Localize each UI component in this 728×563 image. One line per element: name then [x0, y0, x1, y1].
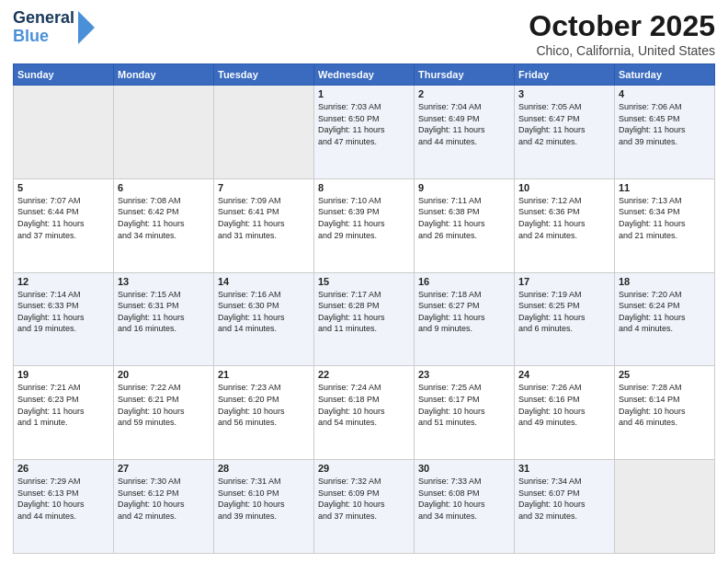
svg-marker-0 [78, 11, 95, 44]
day-number: 24 [518, 369, 610, 380]
day-number: 4 [619, 88, 711, 99]
week-row-2: 5Sunrise: 7:07 AM Sunset: 6:44 PM Daylig… [14, 178, 715, 272]
calendar-cell: 27Sunrise: 7:30 AM Sunset: 6:12 PM Dayli… [114, 460, 214, 554]
day-info: Sunrise: 7:24 AM Sunset: 6:18 PM Dayligh… [318, 382, 410, 428]
calendar-cell: 13Sunrise: 7:15 AM Sunset: 6:31 PM Dayli… [114, 272, 214, 366]
calendar-cell [615, 460, 715, 554]
calendar-cell: 9Sunrise: 7:11 AM Sunset: 6:38 PM Daylig… [415, 178, 515, 272]
day-number: 28 [218, 463, 310, 474]
day-info: Sunrise: 7:18 AM Sunset: 6:27 PM Dayligh… [418, 289, 510, 335]
page-header: General Blue October 2025 Chico, Califor… [13, 9, 715, 58]
day-info: Sunrise: 7:26 AM Sunset: 6:16 PM Dayligh… [518, 382, 610, 428]
calendar-cell: 25Sunrise: 7:28 AM Sunset: 6:14 PM Dayli… [615, 366, 715, 460]
day-number: 7 [218, 182, 310, 193]
day-number: 13 [118, 276, 210, 287]
weekday-header-friday: Friday [515, 64, 615, 86]
day-number: 2 [418, 88, 510, 99]
logo-blue-text: Blue [13, 28, 74, 46]
day-info: Sunrise: 7:03 AM Sunset: 6:50 PM Dayligh… [318, 101, 410, 147]
calendar-cell [114, 86, 214, 179]
calendar-cell [214, 86, 314, 179]
day-info: Sunrise: 7:17 AM Sunset: 6:28 PM Dayligh… [318, 289, 410, 335]
calendar-cell: 24Sunrise: 7:26 AM Sunset: 6:16 PM Dayli… [515, 366, 615, 460]
day-number: 3 [518, 88, 610, 99]
calendar-cell: 8Sunrise: 7:10 AM Sunset: 6:39 PM Daylig… [314, 178, 415, 272]
day-number: 25 [619, 369, 711, 380]
day-info: Sunrise: 7:09 AM Sunset: 6:41 PM Dayligh… [218, 195, 310, 241]
day-number: 9 [418, 182, 510, 193]
calendar-cell: 26Sunrise: 7:29 AM Sunset: 6:13 PM Dayli… [14, 460, 114, 554]
calendar-cell: 17Sunrise: 7:19 AM Sunset: 6:25 PM Dayli… [515, 272, 615, 366]
weekday-header-row: SundayMondayTuesdayWednesdayThursdayFrid… [14, 64, 715, 86]
calendar-cell: 21Sunrise: 7:23 AM Sunset: 6:20 PM Dayli… [214, 366, 314, 460]
day-number: 8 [318, 182, 410, 193]
week-row-3: 12Sunrise: 7:14 AM Sunset: 6:33 PM Dayli… [14, 272, 715, 366]
day-number: 29 [318, 463, 410, 474]
day-number: 10 [518, 182, 610, 193]
day-info: Sunrise: 7:21 AM Sunset: 6:23 PM Dayligh… [17, 382, 109, 428]
day-number: 14 [218, 276, 310, 287]
calendar-cell: 6Sunrise: 7:08 AM Sunset: 6:42 PM Daylig… [114, 178, 214, 272]
calendar-cell: 18Sunrise: 7:20 AM Sunset: 6:24 PM Dayli… [615, 272, 715, 366]
day-number: 1 [318, 88, 410, 99]
day-number: 16 [418, 276, 510, 287]
calendar-cell: 19Sunrise: 7:21 AM Sunset: 6:23 PM Dayli… [14, 366, 114, 460]
month-title: October 2025 [529, 9, 715, 43]
day-info: Sunrise: 7:12 AM Sunset: 6:36 PM Dayligh… [518, 195, 610, 241]
calendar-cell: 10Sunrise: 7:12 AM Sunset: 6:36 PM Dayli… [515, 178, 615, 272]
day-info: Sunrise: 7:19 AM Sunset: 6:25 PM Dayligh… [518, 289, 610, 335]
day-info: Sunrise: 7:11 AM Sunset: 6:38 PM Dayligh… [418, 195, 510, 241]
logo: General Blue [13, 9, 95, 46]
day-info: Sunrise: 7:23 AM Sunset: 6:20 PM Dayligh… [218, 382, 310, 428]
logo-general-text: General [13, 9, 74, 28]
day-number: 22 [318, 369, 410, 380]
calendar-cell: 29Sunrise: 7:32 AM Sunset: 6:09 PM Dayli… [314, 460, 415, 554]
day-number: 6 [118, 182, 210, 193]
weekday-header-saturday: Saturday [615, 64, 715, 86]
logo-image: General Blue [13, 9, 95, 46]
calendar-cell: 15Sunrise: 7:17 AM Sunset: 6:28 PM Dayli… [314, 272, 415, 366]
day-number: 27 [118, 463, 210, 474]
weekday-header-wednesday: Wednesday [314, 64, 415, 86]
calendar-cell: 3Sunrise: 7:05 AM Sunset: 6:47 PM Daylig… [515, 86, 615, 179]
calendar-cell [14, 86, 114, 179]
calendar-cell: 20Sunrise: 7:22 AM Sunset: 6:21 PM Dayli… [114, 366, 214, 460]
day-number: 21 [218, 369, 310, 380]
logo-arrow-icon [78, 11, 95, 44]
calendar-cell: 22Sunrise: 7:24 AM Sunset: 6:18 PM Dayli… [314, 366, 415, 460]
calendar-cell: 11Sunrise: 7:13 AM Sunset: 6:34 PM Dayli… [615, 178, 715, 272]
calendar-cell: 30Sunrise: 7:33 AM Sunset: 6:08 PM Dayli… [415, 460, 515, 554]
day-info: Sunrise: 7:05 AM Sunset: 6:47 PM Dayligh… [518, 101, 610, 147]
calendar-cell: 28Sunrise: 7:31 AM Sunset: 6:10 PM Dayli… [214, 460, 314, 554]
calendar-cell: 31Sunrise: 7:34 AM Sunset: 6:07 PM Dayli… [515, 460, 615, 554]
day-number: 18 [619, 276, 711, 287]
page-container: General Blue October 2025 Chico, Califor… [0, 0, 728, 563]
day-info: Sunrise: 7:33 AM Sunset: 6:08 PM Dayligh… [418, 476, 510, 522]
week-row-5: 26Sunrise: 7:29 AM Sunset: 6:13 PM Dayli… [14, 460, 715, 554]
day-number: 20 [118, 369, 210, 380]
day-info: Sunrise: 7:25 AM Sunset: 6:17 PM Dayligh… [418, 382, 510, 428]
day-info: Sunrise: 7:07 AM Sunset: 6:44 PM Dayligh… [17, 195, 109, 241]
day-info: Sunrise: 7:13 AM Sunset: 6:34 PM Dayligh… [619, 195, 711, 241]
day-info: Sunrise: 7:10 AM Sunset: 6:39 PM Dayligh… [318, 195, 410, 241]
calendar-cell: 12Sunrise: 7:14 AM Sunset: 6:33 PM Dayli… [14, 272, 114, 366]
calendar-table: SundayMondayTuesdayWednesdayThursdayFrid… [13, 63, 715, 554]
day-info: Sunrise: 7:08 AM Sunset: 6:42 PM Dayligh… [118, 195, 210, 241]
weekday-header-sunday: Sunday [14, 64, 114, 86]
calendar-cell: 5Sunrise: 7:07 AM Sunset: 6:44 PM Daylig… [14, 178, 114, 272]
week-row-1: 1Sunrise: 7:03 AM Sunset: 6:50 PM Daylig… [14, 86, 715, 179]
week-row-4: 19Sunrise: 7:21 AM Sunset: 6:23 PM Dayli… [14, 366, 715, 460]
day-number: 15 [318, 276, 410, 287]
day-number: 17 [518, 276, 610, 287]
day-info: Sunrise: 7:16 AM Sunset: 6:30 PM Dayligh… [218, 289, 310, 335]
day-info: Sunrise: 7:29 AM Sunset: 6:13 PM Dayligh… [17, 476, 109, 522]
calendar-cell: 14Sunrise: 7:16 AM Sunset: 6:30 PM Dayli… [214, 272, 314, 366]
day-info: Sunrise: 7:31 AM Sunset: 6:10 PM Dayligh… [218, 476, 310, 522]
calendar-cell: 1Sunrise: 7:03 AM Sunset: 6:50 PM Daylig… [314, 86, 415, 179]
location: Chico, California, United States [529, 43, 715, 58]
day-info: Sunrise: 7:06 AM Sunset: 6:45 PM Dayligh… [619, 101, 711, 147]
day-info: Sunrise: 7:34 AM Sunset: 6:07 PM Dayligh… [518, 476, 610, 522]
day-number: 11 [619, 182, 711, 193]
day-number: 30 [418, 463, 510, 474]
day-number: 12 [17, 276, 109, 287]
